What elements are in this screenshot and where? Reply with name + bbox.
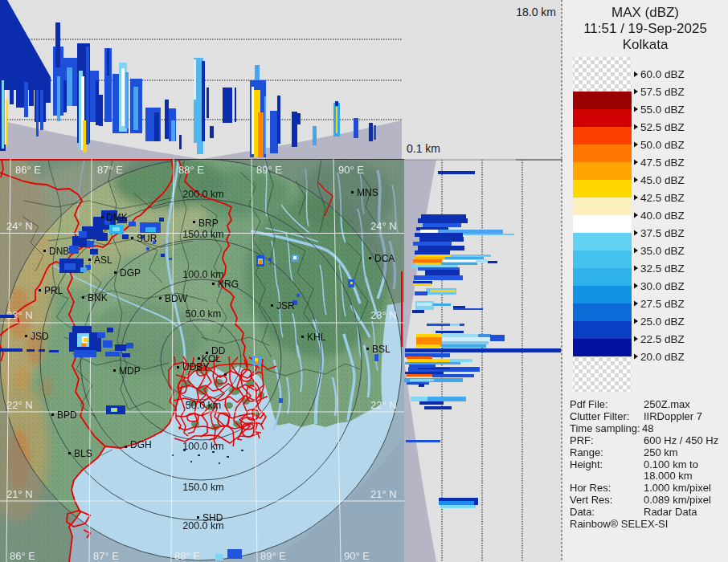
svg-text:0.089 km/pixel: 0.089 km/pixel — [644, 494, 711, 506]
svg-text:BRP: BRP — [198, 218, 219, 229]
svg-text:JSR: JSR — [276, 300, 295, 312]
svg-text:BPD: BPD — [57, 409, 77, 421]
svg-text:90° E: 90° E — [344, 550, 370, 562]
svg-text:24° N: 24° N — [370, 220, 397, 232]
svg-text:UDBY: UDBY — [182, 361, 209, 373]
svg-text:42.5 dBZ: 42.5 dBZ — [640, 192, 685, 204]
svg-text:JSD: JSD — [31, 331, 49, 342]
svg-text:40.0 dBZ: 40.0 dBZ — [640, 210, 685, 222]
svg-text:55.0 dBZ: 55.0 dBZ — [640, 104, 685, 116]
svg-text:200.0 km: 200.0 km — [182, 189, 223, 200]
svg-text:21° N: 21° N — [6, 488, 33, 500]
svg-text:Pdf File:: Pdf File: — [570, 398, 608, 410]
svg-text:18.0 km: 18.0 km — [516, 6, 556, 18]
svg-text:88° E: 88° E — [174, 550, 200, 562]
svg-text:KRG: KRG — [218, 279, 239, 290]
svg-text:87° E: 87° E — [93, 550, 119, 562]
svg-text:48: 48 — [642, 422, 653, 434]
svg-text:MAX (dBZ): MAX (dBZ) — [611, 5, 679, 20]
svg-text:SUR: SUR — [137, 233, 157, 244]
svg-text:23° N: 23° N — [370, 309, 397, 321]
svg-text:89° E: 89° E — [256, 164, 282, 176]
svg-text:600 Hz / 450 Hz: 600 Hz / 450 Hz — [644, 434, 718, 446]
svg-text:27.5 dBZ: 27.5 dBZ — [640, 298, 685, 310]
svg-text:60.0 dBZ: 60.0 dBZ — [640, 68, 685, 80]
svg-text:MDP: MDP — [119, 365, 141, 377]
svg-text:24° N: 24° N — [6, 220, 33, 232]
svg-text:35.0 dBZ: 35.0 dBZ — [640, 245, 685, 257]
svg-text:18.000 km: 18.000 km — [644, 470, 693, 482]
svg-text:DGP: DGP — [120, 267, 141, 279]
svg-text:30.0 dBZ: 30.0 dBZ — [640, 280, 685, 292]
svg-text:DNB: DNB — [49, 246, 69, 257]
svg-text:0.1 km: 0.1 km — [407, 142, 440, 155]
svg-text:22° N: 22° N — [6, 399, 33, 411]
svg-text:DCA: DCA — [374, 253, 395, 264]
svg-text:PRL: PRL — [44, 285, 63, 296]
svg-text:86° E: 86° E — [15, 164, 41, 176]
svg-text:IIRDoppler 7: IIRDoppler 7 — [644, 410, 702, 422]
svg-text:Radar Data: Radar Data — [644, 506, 697, 518]
svg-text:22.5 dBZ: 22.5 dBZ — [640, 333, 685, 345]
svg-text:45.0 dBZ: 45.0 dBZ — [640, 174, 685, 186]
svg-text:20.0 dBZ: 20.0 dBZ — [640, 351, 685, 363]
svg-text:Kolkata: Kolkata — [623, 37, 669, 52]
svg-text:Time sampling:: Time sampling: — [570, 422, 640, 434]
svg-text:250Z.max: 250Z.max — [644, 398, 690, 410]
svg-text:50.0 km: 50.0 km — [186, 400, 221, 411]
svg-text:32.5 dBZ: 32.5 dBZ — [640, 263, 685, 275]
svg-text:89° E: 89° E — [260, 550, 286, 562]
svg-text:BLS: BLS — [74, 448, 92, 459]
svg-text:Height:: Height: — [570, 458, 603, 470]
svg-text:37.5 dBZ: 37.5 dBZ — [640, 227, 685, 239]
svg-text:ASL: ASL — [94, 255, 112, 266]
svg-text:52.5 dBZ: 52.5 dBZ — [640, 121, 685, 133]
svg-text:0.100 km to: 0.100 km to — [644, 458, 698, 470]
svg-text:DMK: DMK — [106, 212, 128, 223]
svg-text:Data:: Data: — [570, 506, 595, 518]
svg-text:150.0 km: 150.0 km — [182, 229, 223, 240]
svg-text:DGH: DGH — [130, 439, 152, 450]
svg-text:22° N: 22° N — [370, 399, 397, 411]
svg-text:BSL: BSL — [372, 344, 391, 355]
svg-text:88° E: 88° E — [178, 164, 204, 176]
svg-text:86° E: 86° E — [10, 550, 35, 562]
svg-text:Hor Res:: Hor Res: — [570, 482, 611, 494]
svg-text:87° E: 87° E — [97, 164, 123, 176]
svg-text:MNS: MNS — [357, 187, 378, 198]
svg-text:Clutter Filter:: Clutter Filter: — [570, 410, 629, 422]
svg-text:47.5 dBZ: 47.5 dBZ — [640, 157, 685, 169]
svg-text:Rainbow® SELEX-SI: Rainbow® SELEX-SI — [570, 518, 668, 530]
svg-text:PRF:: PRF: — [570, 434, 594, 446]
svg-text:KHL: KHL — [307, 332, 326, 343]
svg-text:11:51 / 19-Sep-2025: 11:51 / 19-Sep-2025 — [583, 21, 707, 36]
svg-text:150.0 km: 150.0 km — [182, 482, 223, 493]
svg-text:57.5 dBZ: 57.5 dBZ — [640, 86, 685, 98]
svg-text:1.000 km/pixel: 1.000 km/pixel — [644, 482, 711, 494]
svg-text:100.0 km: 100.0 km — [182, 441, 223, 452]
svg-text:Range:: Range: — [570, 446, 603, 458]
svg-text:21° N: 21° N — [370, 488, 397, 500]
svg-text:50.0 km: 50.0 km — [186, 308, 221, 320]
svg-text:25.0 dBZ: 25.0 dBZ — [640, 316, 685, 328]
svg-text:Vert Res:: Vert Res: — [570, 494, 612, 506]
svg-text:SHD: SHD — [202, 512, 223, 523]
svg-text:50.0 dBZ: 50.0 dBZ — [640, 139, 685, 151]
svg-text:BDW: BDW — [165, 293, 188, 304]
svg-text:250 km: 250 km — [644, 446, 678, 458]
svg-text:BNK: BNK — [88, 292, 108, 303]
svg-text:90° E: 90° E — [338, 164, 364, 176]
